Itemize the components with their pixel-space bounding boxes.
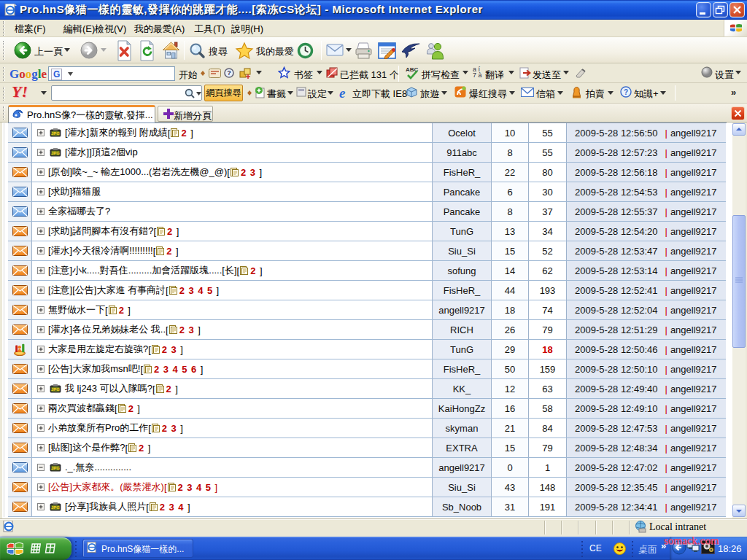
svg-text:JPG: JPG <box>51 151 60 155</box>
svg-text:JPG: JPG <box>51 131 60 136</box>
svg-text:JPG: JPG <box>51 387 60 392</box>
svg-text:?: ? <box>624 88 628 96</box>
svg-text:?: ? <box>227 69 231 77</box>
svg-text:JPG: JPG <box>51 505 60 510</box>
svg-text:JPG: JPG <box>51 466 60 470</box>
